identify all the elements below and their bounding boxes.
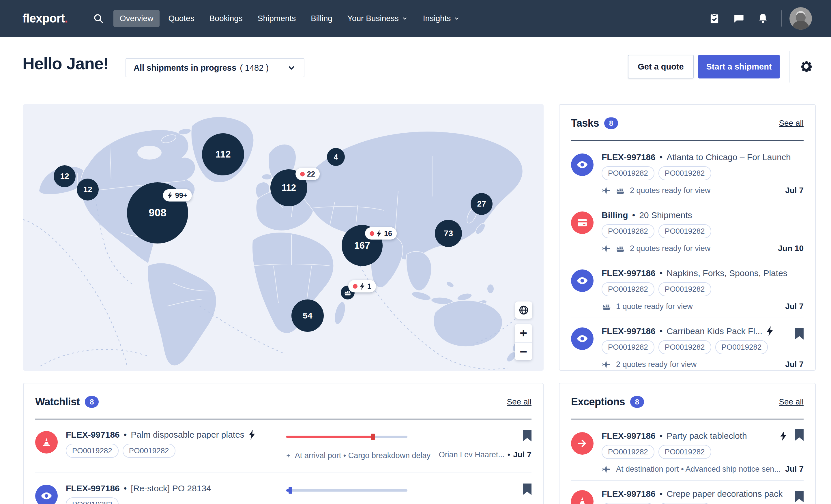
- po-chip[interactable]: PO0019282: [123, 444, 175, 458]
- bolt-icon: [360, 283, 365, 290]
- map-bubble[interactable]: 12: [77, 179, 99, 201]
- exception-row[interactable]: FLEX-997186•Party pack tablecloth PO0019…: [571, 419, 804, 481]
- exceptions-panel: Exceptions 8 See all FLEX-997186•Party p…: [559, 383, 816, 504]
- ship-icon: [615, 185, 625, 195]
- plane-icon: [602, 185, 611, 195]
- po-chip[interactable]: PO0019282: [658, 224, 711, 238]
- shipment-progress-bar: [286, 489, 407, 492]
- nav-item-quotes[interactable]: Quotes: [162, 10, 201, 27]
- watchlist-panel: Watchlist 8 See all FLEX-997186•Palm dis…: [23, 383, 544, 504]
- messages-icon[interactable]: [728, 8, 749, 29]
- watchlist-count-badge: 8: [85, 396, 99, 408]
- po-chip[interactable]: PO0019282: [602, 166, 654, 180]
- bolt-icon: [780, 431, 787, 441]
- zoom-out-button[interactable]: −: [515, 342, 532, 360]
- po-chip[interactable]: PO0019282: [715, 340, 768, 354]
- po-chip[interactable]: PO0019282: [602, 503, 654, 504]
- map-bubble[interactable]: 112: [202, 133, 244, 175]
- tasks-title: Tasks: [571, 117, 599, 129]
- notifications-bell-icon[interactable]: [752, 8, 773, 29]
- delay-cone-icon: [35, 431, 58, 453]
- watchlist-row[interactable]: FLEX-997186•[Re-stock] PO 28134 PO001928…: [35, 473, 532, 504]
- world-map: [23, 104, 544, 371]
- plane-icon: [286, 451, 291, 461]
- watchlist-title: Watchlist: [35, 396, 80, 408]
- po-chip[interactable]: PO0019282: [658, 166, 711, 180]
- nav-divider: [79, 10, 79, 27]
- quote-eye-icon: [35, 485, 58, 504]
- task-row[interactable]: Billing•20 Shipments PO0019282 PO0019282…: [571, 202, 804, 260]
- nav-items: Overview Quotes Bookings Shipments Billi…: [113, 10, 466, 27]
- task-row[interactable]: FLEX-997186•Napkins, Forks, Spoons, Plat…: [571, 260, 804, 318]
- start-a-shipment-button[interactable]: Start a shipment: [698, 55, 780, 79]
- po-chip[interactable]: PO0019282: [66, 497, 119, 504]
- task-row[interactable]: FLEX-997186•Atlanta to Chicago – For Lau…: [571, 141, 804, 202]
- user-avatar[interactable]: [790, 7, 812, 30]
- ship-icon: [615, 243, 625, 253]
- po-chip[interactable]: PO0019282: [658, 340, 711, 354]
- plane-icon: [602, 464, 611, 474]
- shipment-map[interactable]: 112 4 12 12 908 112 27 73 167 54 99+ 22 …: [23, 104, 544, 371]
- billing-card-icon: [571, 211, 594, 234]
- map-badge: 22: [295, 168, 320, 180]
- tasks-see-all-link[interactable]: See all: [779, 119, 804, 128]
- po-chip[interactable]: PO0019282: [658, 445, 711, 459]
- shipment-progress-bar: [286, 436, 407, 438]
- po-chip[interactable]: PO0019282: [602, 445, 654, 459]
- watchlist-row[interactable]: FLEX-997186•Palm disposable paper plates…: [35, 419, 532, 473]
- alert-dot: [300, 172, 305, 176]
- tasks-count-badge: 8: [604, 117, 618, 129]
- tasks-panel: Tasks 8 See all FLEX-997186•Atlanta to C…: [559, 104, 816, 371]
- bolt-icon: [766, 326, 774, 336]
- nav-item-bookings[interactable]: Bookings: [203, 10, 249, 27]
- map-badge: 1: [348, 280, 376, 293]
- page-title: Hello Jane!: [23, 54, 109, 73]
- delay-cone-icon: [571, 490, 594, 504]
- nav-item-billing[interactable]: Billing: [305, 10, 339, 27]
- nav-divider: [781, 10, 782, 27]
- chevron-down-icon: [287, 63, 296, 73]
- task-row[interactable]: FLEX-997186•Carribean Kids Pack Fl... PO…: [571, 318, 804, 371]
- exceptions-title: Exceptions: [571, 396, 625, 408]
- map-bubble[interactable]: 4: [327, 148, 345, 166]
- header-divider: [790, 51, 790, 83]
- plane-icon: [602, 243, 611, 253]
- nav-item-insights[interactable]: Insights: [417, 10, 466, 27]
- map-bubble[interactable]: 54: [291, 299, 324, 332]
- po-chip[interactable]: PO0019282: [658, 503, 711, 504]
- shipments-filter-dropdown[interactable]: All shipments in progress ( 1482 ): [125, 58, 305, 77]
- ship-icon: [602, 301, 611, 311]
- quote-eye-icon: [571, 269, 594, 292]
- plane-icon: [602, 359, 611, 369]
- po-chip[interactable]: PO0019282: [658, 282, 711, 296]
- po-chip[interactable]: PO0019282: [602, 340, 654, 354]
- get-a-quote-button[interactable]: Get a quote: [628, 55, 694, 79]
- top-navbar: flexport. Overview Quotes Bookings Shipm…: [0, 0, 831, 37]
- map-bubble[interactable]: 27: [470, 193, 492, 215]
- exceptions-see-all-link[interactable]: See all: [779, 397, 804, 407]
- map-bubble[interactable]: 73: [435, 220, 462, 247]
- map-bubble[interactable]: 12: [54, 165, 76, 187]
- po-chip[interactable]: PO0019282: [602, 282, 654, 296]
- bolt-icon: [376, 230, 382, 237]
- bolt-icon: [249, 430, 256, 440]
- po-chip[interactable]: PO0019282: [602, 224, 654, 238]
- alert-dot: [370, 231, 374, 236]
- alert-dot: [353, 284, 357, 289]
- watchlist-see-all-link[interactable]: See all: [507, 397, 532, 407]
- zoom-in-button[interactable]: +: [515, 324, 532, 342]
- map-badge: 99+: [163, 189, 192, 202]
- nav-item-shipments[interactable]: Shipments: [251, 10, 302, 27]
- map-badge: 16: [365, 227, 397, 240]
- search-icon[interactable]: [89, 9, 108, 28]
- bolt-icon: [168, 192, 173, 199]
- tasks-clipboard-icon[interactable]: [704, 8, 725, 29]
- quote-eye-icon: [571, 327, 594, 350]
- po-chip[interactable]: PO0019282: [66, 444, 119, 458]
- map-globe-button[interactable]: [515, 301, 532, 319]
- exception-row[interactable]: FLEX-997186•Crepe paper decorations pack…: [571, 481, 804, 504]
- nav-item-overview[interactable]: Overview: [113, 10, 160, 27]
- nav-item-your-business[interactable]: Your Business: [341, 10, 414, 27]
- settings-gear-icon[interactable]: [799, 59, 814, 75]
- flexport-logo[interactable]: flexport.: [23, 11, 68, 25]
